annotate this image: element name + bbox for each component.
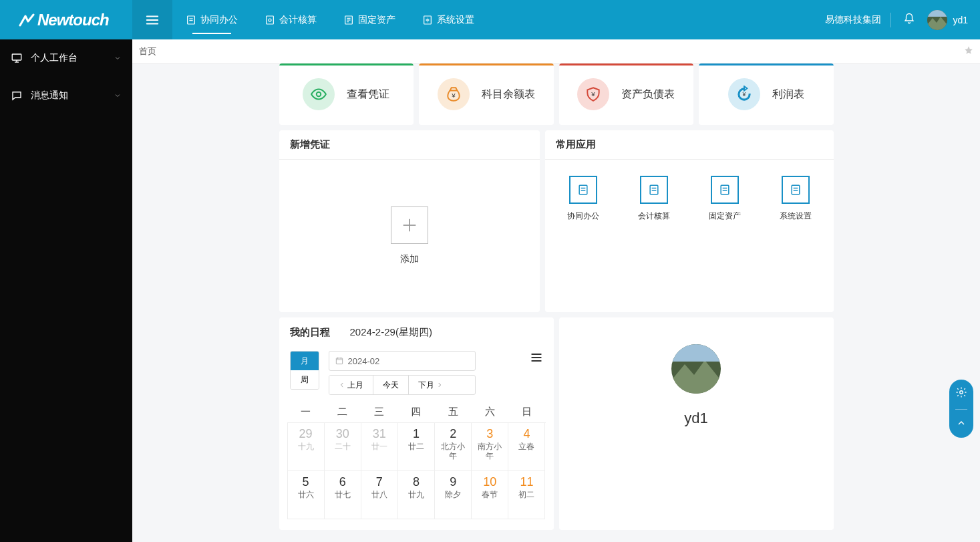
sidebar-item-label: 消息通知 xyxy=(31,90,68,102)
sidebar: 个人工作台 消息通知 xyxy=(0,39,132,542)
nav-fixed-assets[interactable]: 固定资产 xyxy=(330,0,409,39)
calendar-cell[interactable]: 1廿二 xyxy=(398,423,435,471)
sidebar-item-messages[interactable]: 消息通知 xyxy=(0,77,132,114)
calendar-cell[interactable]: 2北方小 年 xyxy=(435,423,472,471)
panel-common-apps: 常用应用 协同办公 会计核算 固定资产 系统设置 xyxy=(545,130,834,312)
calendar-cell[interactable]: 29十九 xyxy=(288,423,325,471)
nav-system-settings[interactable]: 系统设置 xyxy=(409,0,488,39)
svg-rect-34 xyxy=(792,185,800,194)
shortcut-label: 利润表 xyxy=(772,88,804,102)
star-icon[interactable] xyxy=(964,45,973,57)
calendar-cell[interactable]: 10春节 xyxy=(472,471,508,519)
calendar-cell[interactable]: 5廿六 xyxy=(288,471,325,519)
prev-month-button[interactable]: 上月 xyxy=(329,376,373,394)
divider xyxy=(955,409,967,410)
day-lunar: 廿六 xyxy=(288,491,324,500)
breadcrumb-home[interactable]: 首页 xyxy=(139,45,156,57)
app-label: 固定资产 xyxy=(709,211,741,222)
brand-name: Newtouch xyxy=(37,11,109,29)
day-number: 4 xyxy=(508,427,544,441)
day-lunar: 除夕 xyxy=(435,491,471,500)
content-scroll[interactable]: 查看凭证 ¥ 科目余额表 ¥ 资产负债表 ¥ 利润表 新增凭证 xyxy=(132,63,980,542)
panel-profile: yd1 xyxy=(559,317,834,530)
float-dock xyxy=(949,380,973,438)
shortcut-2[interactable]: ¥ 资产负债表 xyxy=(559,63,694,125)
svg-text:¥: ¥ xyxy=(742,91,746,98)
scroll-top-icon[interactable] xyxy=(956,418,967,431)
day-number: 6 xyxy=(325,475,361,489)
chevron-down-icon xyxy=(114,92,122,100)
app-label: 协同办公 xyxy=(567,211,599,222)
svg-rect-45 xyxy=(671,344,721,362)
shortcut-3[interactable]: ¥ 利润表 xyxy=(699,63,834,125)
day-number: 1 xyxy=(398,427,434,441)
calendar-cell[interactable]: 30二十 xyxy=(325,423,361,471)
shortcut-cards-row: 查看凭证 ¥ 科目余额表 ¥ 资产负债表 ¥ 利润表 xyxy=(279,63,834,125)
day-lunar: 北方小 年 xyxy=(435,442,471,461)
day-number: 29 xyxy=(288,427,324,441)
settings-gear-icon[interactable] xyxy=(955,386,967,401)
weekday-label: 三 xyxy=(361,406,397,418)
day-number: 30 xyxy=(325,427,361,441)
day-number: 11 xyxy=(508,475,544,489)
shortcut-0[interactable]: 查看凭证 xyxy=(279,63,414,125)
day-number: 8 xyxy=(398,475,434,489)
day-lunar: 廿七 xyxy=(325,491,361,500)
view-week-button[interactable]: 周 xyxy=(291,370,319,389)
bell-icon[interactable] xyxy=(903,13,915,27)
calendar-cell[interactable]: 8廿九 xyxy=(398,471,435,519)
app-item-1[interactable]: 会计核算 xyxy=(628,176,680,222)
app-item-0[interactable]: 协同办公 xyxy=(557,176,609,222)
calendar-cell[interactable]: 9除夕 xyxy=(435,471,472,519)
nav-collaborative-office[interactable]: 协同办公 xyxy=(172,0,251,39)
calendar-cell[interactable]: 7廿八 xyxy=(361,471,398,519)
list-view-icon[interactable] xyxy=(530,351,543,367)
svg-rect-31 xyxy=(721,185,729,194)
date-input[interactable]: 2024-02 xyxy=(329,351,476,371)
top-bar: Newtouch 协同办公 会计核算 固定资产 系统设置 易德科技集团 yd1 xyxy=(0,0,980,39)
app-item-3[interactable]: 系统设置 xyxy=(770,176,822,222)
today-button[interactable]: 今天 xyxy=(373,376,409,394)
nav-label: 协同办公 xyxy=(200,14,238,26)
add-voucher-button[interactable] xyxy=(391,207,428,244)
sidebar-toggle[interactable] xyxy=(132,0,172,39)
divider xyxy=(890,13,891,27)
app-item-2[interactable]: 固定资产 xyxy=(699,176,751,222)
svg-rect-28 xyxy=(650,185,658,194)
schedule-title: 我的日程 xyxy=(290,326,330,339)
calendar-cell[interactable]: 31廿一 xyxy=(361,423,398,471)
avatar-small[interactable] xyxy=(927,10,947,30)
app-icon xyxy=(569,176,597,204)
breadcrumb-bar: 首页 xyxy=(132,39,980,63)
username[interactable]: yd1 xyxy=(953,15,968,25)
calendar-cell[interactable]: 4立春 xyxy=(508,423,545,471)
nav-label: 会计核算 xyxy=(279,14,317,26)
add-voucher-label: 添加 xyxy=(400,253,419,265)
day-number: 7 xyxy=(361,475,397,489)
yen-refresh-icon: ¥ xyxy=(736,86,753,103)
shortcut-1[interactable]: ¥ 科目余额表 xyxy=(419,63,554,125)
date-value: 2024-02 xyxy=(348,356,380,366)
svg-text:¥: ¥ xyxy=(451,92,456,99)
day-lunar: 二十 xyxy=(325,442,361,452)
weekday-label: 六 xyxy=(472,406,508,418)
view-month-button[interactable]: 月 xyxy=(291,352,319,370)
sidebar-item-workbench[interactable]: 个人工作台 xyxy=(0,39,132,77)
chevron-left-icon xyxy=(339,382,345,388)
yen-shield-icon: ¥ xyxy=(585,86,602,103)
nav-accounting[interactable]: 会计核算 xyxy=(251,0,330,39)
profile-name: yd1 xyxy=(684,410,707,427)
svg-rect-6 xyxy=(267,16,274,24)
day-lunar: 南方小 年 xyxy=(472,442,508,461)
calendar-cell[interactable]: 11初二 xyxy=(508,471,545,519)
shortcut-label: 查看凭证 xyxy=(347,88,389,102)
avatar-large xyxy=(671,344,721,394)
day-lunar: 廿九 xyxy=(398,491,434,500)
calendar-cell[interactable]: 3南方小 年 xyxy=(472,423,508,471)
svg-point-46 xyxy=(960,391,963,394)
next-month-button[interactable]: 下月 xyxy=(409,376,452,394)
day-number: 2 xyxy=(435,427,471,441)
svg-rect-37 xyxy=(336,358,342,364)
calendar-cell[interactable]: 6廿七 xyxy=(325,471,361,519)
day-number: 10 xyxy=(472,475,508,489)
